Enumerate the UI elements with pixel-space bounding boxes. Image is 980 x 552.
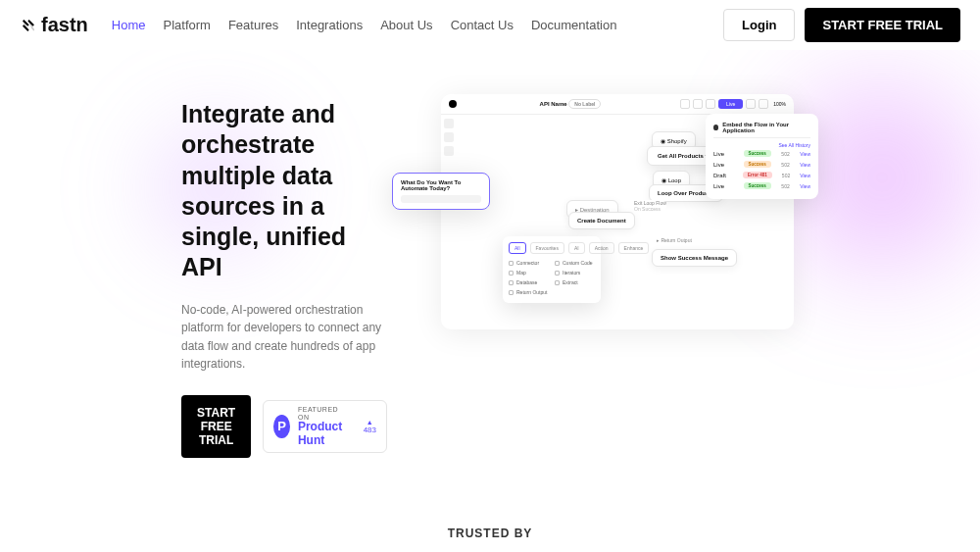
panel-item: Connector (509, 258, 549, 268)
prompt-card: What Do You Want To Automate Today? (392, 173, 490, 210)
panel-item: Return Output (509, 287, 549, 297)
toolbar-icon (746, 99, 756, 109)
ph-upvote-count: ▲ 483 (364, 419, 376, 434)
nav-link-features[interactable]: Features (228, 18, 278, 32)
panel-item: Extract (555, 277, 595, 287)
nav-link-platform[interactable]: Platform (163, 18, 210, 32)
toolbar-icon (693, 99, 703, 109)
app-topbar: API Name No Label Live 100% (441, 94, 794, 115)
ph-featured-label: FEATURED ON (298, 406, 350, 421)
product-hunt-badge[interactable]: P FEATURED ON Product Hunt ▲ 483 (263, 400, 387, 453)
hero-actions: START FREE TRIAL P FEATURED ON Product H… (181, 395, 387, 458)
flow-node-create: Create Document (568, 212, 635, 229)
table-row: LiveSuccess502View (713, 159, 810, 170)
api-name-label: API Name No Label (540, 101, 602, 107)
zoom-label: 100% (773, 101, 786, 107)
nav-link-docs[interactable]: Documentation (531, 18, 616, 32)
nav-links: Home Platform Features Integrations Abou… (112, 18, 617, 32)
actions-panel: All Favourites AI Action Enhance Connect… (503, 236, 601, 303)
panel-item: Map (509, 268, 549, 277)
panel-tab-all: All (509, 242, 526, 254)
hero-trial-button[interactable]: START FREE TRIAL (181, 395, 251, 458)
panel-tab-enhance: Enhance (618, 242, 650, 254)
nav-link-about[interactable]: About Us (380, 18, 432, 32)
toolbar-icon (759, 99, 768, 109)
brand-logo[interactable]: fastn (20, 14, 88, 36)
nav-link-home[interactable]: Home (112, 18, 146, 32)
sidebar-icon (444, 119, 454, 128)
panel-item: Iterators (555, 268, 595, 277)
toolbar-icon (706, 99, 715, 109)
prompt-input (401, 195, 481, 203)
hero-content: Integrate and orchestrate multiple data … (181, 99, 387, 458)
panel-tab-action: Action (589, 242, 614, 254)
brand-name: fastn (41, 14, 88, 36)
flow-node-return-label: ▸ Return Output (657, 237, 692, 243)
table-header: Embed the Flow in Your Application (722, 122, 810, 133)
start-trial-button[interactable]: START FREE TRIAL (805, 8, 960, 42)
prompt-question: What Do You Want To Automate Today? (401, 179, 481, 191)
trusted-title: TRUSTED BY (0, 527, 980, 540)
login-button[interactable]: Login (723, 9, 795, 41)
see-all-link: See All History (778, 142, 810, 148)
navbar: fastn Home Platform Features Integration… (0, 0, 980, 50)
panel-tab-ai: AI (568, 242, 585, 254)
brand-logo-icon (20, 17, 37, 34)
table-row: LiveSuccess502View (713, 180, 810, 191)
history-table-card: Embed the Flow in Your Application See A… (706, 114, 818, 199)
live-button: Live (718, 99, 743, 109)
nav-link-contact[interactable]: Contact Us (451, 18, 514, 32)
app-sidebar (444, 119, 454, 156)
hero-visual: API Name No Label Live 100% ◉ Shopify G (397, 99, 980, 458)
sidebar-icon (444, 132, 454, 142)
table-row: DraftError 401502View (713, 170, 810, 180)
upvote-icon: ▲ (367, 419, 373, 426)
ph-name: Product Hunt (298, 421, 350, 446)
trusted-section: TRUSTED BY retailo veeve ◐ITG SoftwareEn… (0, 487, 980, 552)
panel-tab-fav: Favourites (530, 242, 564, 254)
toolbar-icon (680, 99, 690, 109)
product-hunt-icon: P (273, 415, 290, 438)
nav-link-integrations[interactable]: Integrations (296, 18, 363, 32)
panel-item: Custom Code (555, 258, 595, 268)
panel-item: Database (509, 277, 549, 287)
app-logo-icon (449, 100, 457, 108)
hero-section: Integrate and orchestrate multiple data … (0, 50, 980, 487)
hero-title: Integrate and orchestrate multiple data … (181, 99, 387, 283)
flow-node-exit: Exit Loop FlowOn Success (634, 200, 666, 212)
hero-subtitle: No-code, AI-powered orchestration platfo… (181, 301, 387, 374)
flow-node-showmsg: Show Success Message (652, 249, 737, 267)
sidebar-icon (444, 146, 454, 156)
table-row: LiveSuccess502View (713, 148, 810, 159)
dot-icon (713, 125, 718, 130)
